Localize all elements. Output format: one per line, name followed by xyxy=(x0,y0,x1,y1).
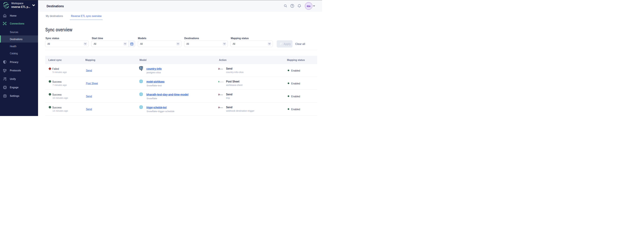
svg-text:webhooks: webhooks xyxy=(220,69,223,69)
svg-text:webhooks: webhooks xyxy=(220,107,223,108)
svg-text:Google Sheets: Google Sheets xyxy=(220,81,224,82)
svg-text:webhooks: webhooks xyxy=(220,94,223,95)
